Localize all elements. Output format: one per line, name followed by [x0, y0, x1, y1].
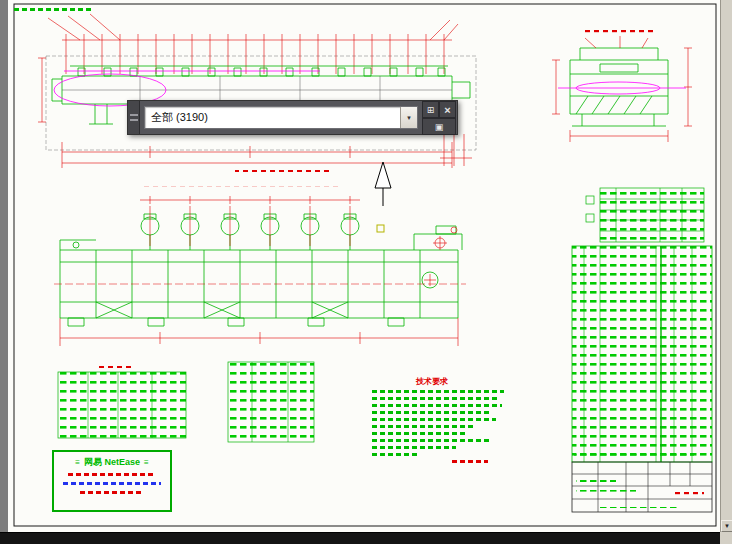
note-line — [372, 397, 498, 400]
note-line — [372, 439, 490, 442]
vertical-scrollbar[interactable]: ▼ — [720, 0, 732, 532]
chevron-down-icon[interactable]: ▼ — [400, 107, 417, 128]
decor-mark: ≡ — [75, 457, 80, 468]
decor-mark: ≡ — [144, 457, 149, 468]
app-left-margin — [0, 0, 8, 532]
scrollbar-corner — [720, 532, 732, 544]
palette-close-button[interactable]: × — [439, 101, 456, 118]
watermark-brand-row: ≡ 网易 NetEase ≡ — [60, 457, 164, 468]
technical-notes: 技术要求 — [372, 378, 512, 467]
watermark-line — [80, 491, 144, 494]
object-type-value: 全部 (3190) — [145, 107, 400, 128]
note-line — [372, 432, 468, 435]
corner-annotation — [14, 8, 92, 11]
note-line — [372, 453, 420, 456]
note-line — [372, 446, 456, 449]
scroll-down-button[interactable]: ▼ — [721, 520, 732, 532]
quick-select-button[interactable]: ▣ — [422, 118, 456, 135]
notes-title: 技术要求 — [416, 378, 512, 386]
app-window: 技术要求 ≡ 网易 NetEase ≡ 全部 (3190) ▼ ⊞ × — [0, 0, 732, 544]
palette-buttons: ⊞ × ▣ — [422, 101, 457, 134]
palette-grip[interactable] — [128, 101, 140, 134]
watermark-line — [68, 473, 156, 476]
pickadd-toggle-button[interactable]: ⊞ — [422, 101, 439, 118]
note-line — [372, 390, 504, 393]
watermark-link — [63, 482, 161, 485]
note-line — [372, 418, 496, 421]
note-line — [372, 411, 490, 414]
properties-palette: 全部 (3190) ▼ ⊞ × ▣ — [127, 100, 458, 135]
note-line — [372, 404, 502, 407]
bottom-bar — [0, 532, 720, 544]
note-line-red — [452, 460, 488, 463]
note-line — [372, 425, 476, 428]
watermark-brand: 网易 NetEase — [84, 457, 140, 468]
watermark-box: ≡ 网易 NetEase ≡ — [52, 450, 172, 512]
object-type-dropdown[interactable]: 全部 (3190) ▼ — [144, 106, 418, 129]
